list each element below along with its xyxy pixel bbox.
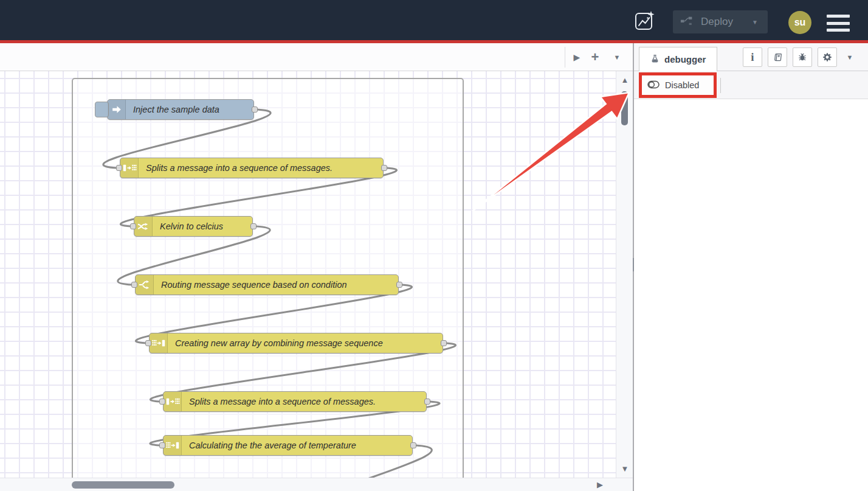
deploy-button[interactable]: Deploy ▼ [673,10,768,33]
sidebar-chevron-down-icon[interactable]: ▼ [842,47,858,67]
vertical-scrollbar: ▲ ▼ [616,71,633,478]
tabbar-separator [565,47,565,68]
flow-node-split[interactable]: Splits a message into a sequence of mess… [120,158,384,178]
sidebar-content [634,99,868,491]
node-label: Inject the sample data [133,100,219,119]
horizontal-scrollbar-thumb[interactable] [72,481,174,489]
output-port[interactable] [424,399,430,405]
node-label: Routing message sequence based on condit… [161,275,347,294]
disabled-label: Disabled [665,80,699,90]
vertical-scrollbar-thumb[interactable] [621,91,628,125]
deploy-label: Deploy [701,16,733,28]
output-port[interactable] [396,282,402,288]
scroll-up-icon[interactable]: ▲ [616,75,633,85]
gear-icon[interactable] [818,47,837,67]
workspace: ▶ + ▼ Inject the sample dataSplits a mes… [0,43,633,491]
flow-node-change[interactable]: Kelvin to celcius [134,216,253,237]
scroll-tabs-right-icon[interactable]: ▶ [569,43,585,71]
deploy-chevron-down-icon[interactable]: ▼ [752,19,758,26]
node-label: Splits a message into a sequence of mess… [189,392,376,411]
horizontal-scrollbar: ▶ [0,478,633,491]
avatar[interactable]: su [788,11,811,34]
node-label: Splits a message into a sequence of mess… [146,158,332,177]
header-bar: Deploy ▼ su [0,0,868,40]
node-label: Calculating the the average of temperatu… [189,436,356,454]
sidebar: debugger i ▼ Disabled [633,43,868,491]
join-icon [150,333,168,353]
info-icon[interactable]: i [743,47,762,67]
split-icon [120,158,139,178]
output-port[interactable] [441,340,447,346]
toggle-off-icon [647,80,660,91]
debugger-disabled-toggle-button[interactable]: Disabled [642,80,699,91]
node-label: Creating new array by combining message … [175,333,383,352]
inject-icon [108,100,126,119]
input-port[interactable] [116,165,122,171]
hamburger-menu-icon[interactable] [827,15,850,32]
input-port[interactable] [131,282,137,288]
tab-debugger[interactable]: debugger [639,47,717,71]
split-icon [164,392,182,411]
toolbar-separator [720,78,721,93]
flow-node-split[interactable]: Splits a message into a sequence of mess… [163,391,427,412]
debugger-toolbar-row: Disabled [634,71,868,99]
debugger-tab-label: debugger [664,54,706,64]
flow-node-join[interactable]: Creating new array by combining message … [149,333,443,353]
inject-button[interactable] [95,102,109,117]
input-port[interactable] [130,223,136,229]
input-port[interactable] [159,399,165,405]
output-port[interactable] [252,106,258,113]
book-icon[interactable] [768,47,787,67]
deploy-nodes-icon [680,16,695,28]
change-icon [134,217,153,236]
input-port[interactable] [145,340,151,346]
input-port[interactable] [159,442,165,448]
add-flow-icon[interactable]: + [586,43,604,71]
scroll-right-icon[interactable]: ▶ [597,480,603,489]
sidebar-header: debugger i ▼ [634,43,868,71]
switch-icon [136,275,154,294]
join-icon [164,436,182,455]
bug-icon[interactable] [793,47,812,67]
flow-node-join[interactable]: Calculating the the average of temperatu… [163,435,413,456]
flow-sparkle-icon[interactable] [634,10,656,32]
flow-list-chevron-down-icon[interactable]: ▼ [608,43,626,71]
flask-icon [650,54,660,65]
output-port[interactable] [410,442,416,448]
output-port[interactable] [250,223,257,229]
flow-tabbar: ▶ + ▼ [0,43,633,71]
output-port[interactable] [381,165,387,171]
flow-node-switch[interactable]: Routing message sequence based on condit… [135,274,399,295]
flow-node-inject[interactable]: Inject the sample data [107,99,254,120]
annotation-highlight-box: Disabled [639,72,717,98]
flow-canvas[interactable]: Inject the sample dataSplits a message i… [0,71,616,478]
node-red-app: Deploy ▼ su ▶ + ▼ Inject the sample data… [0,0,868,491]
scroll-down-icon[interactable]: ▼ [616,464,633,473]
node-label: Kelvin to celcius [160,217,223,235]
